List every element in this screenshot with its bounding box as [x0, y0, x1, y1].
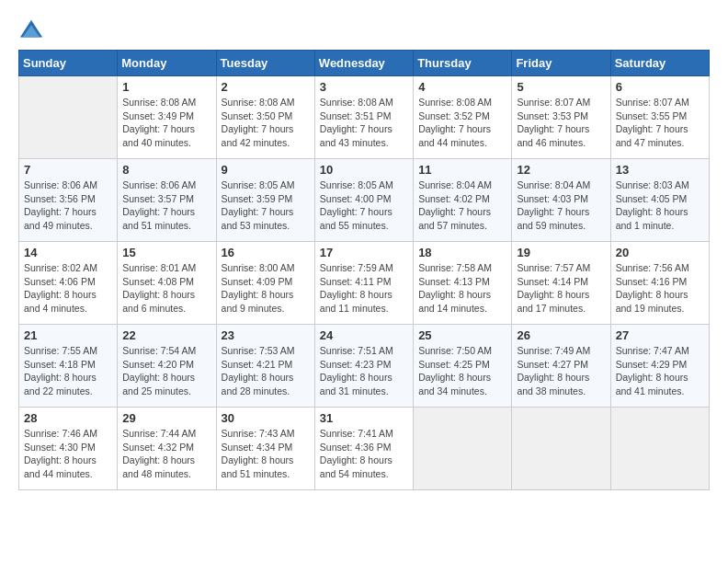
calendar-cell: 24Sunrise: 7:51 AMSunset: 4:23 PMDayligh… — [314, 325, 413, 408]
day-number: 15 — [122, 246, 210, 259]
calendar-cell: 21Sunrise: 7:55 AMSunset: 4:18 PMDayligh… — [19, 325, 118, 408]
logo — [18, 18, 48, 44]
calendar-cell: 4Sunrise: 8:08 AMSunset: 3:52 PMDaylight… — [414, 76, 512, 159]
day-header-sunday: Sunday — [19, 51, 118, 76]
day-number: 21 — [24, 328, 112, 342]
day-info: Sunrise: 7:49 AMSunset: 4:27 PMDaylight:… — [517, 344, 605, 398]
day-number: 12 — [517, 163, 605, 177]
calendar-cell: 14Sunrise: 8:02 AMSunset: 4:06 PMDayligh… — [19, 242, 118, 325]
day-number: 6 — [616, 80, 704, 94]
day-info: Sunrise: 7:59 AMSunset: 4:11 PMDaylight:… — [320, 261, 408, 316]
day-number: 3 — [320, 80, 408, 94]
day-number: 8 — [122, 163, 210, 177]
calendar-cell: 12Sunrise: 8:04 AMSunset: 4:03 PMDayligh… — [512, 159, 610, 242]
calendar-week-5: 28Sunrise: 7:46 AMSunset: 4:30 PMDayligh… — [19, 408, 710, 490]
day-info: Sunrise: 8:01 AMSunset: 4:08 PMDaylight:… — [122, 261, 210, 316]
day-info: Sunrise: 8:08 AMSunset: 3:50 PMDaylight:… — [222, 96, 310, 150]
day-info: Sunrise: 8:03 AMSunset: 4:05 PMDaylight:… — [616, 178, 704, 233]
day-number: 10 — [320, 163, 408, 177]
day-info: Sunrise: 8:06 AMSunset: 3:56 PMDaylight:… — [24, 178, 112, 233]
day-info: Sunrise: 7:53 AMSunset: 4:21 PMDaylight:… — [222, 344, 310, 398]
calendar-cell: 9Sunrise: 8:05 AMSunset: 3:59 PMDaylight… — [216, 159, 314, 242]
calendar-cell: 11Sunrise: 8:04 AMSunset: 4:02 PMDayligh… — [414, 159, 512, 242]
day-number: 24 — [320, 328, 408, 342]
calendar-cell: 25Sunrise: 7:50 AMSunset: 4:25 PMDayligh… — [414, 325, 512, 408]
day-number: 27 — [616, 328, 704, 342]
calendar-cell: 29Sunrise: 7:44 AMSunset: 4:32 PMDayligh… — [118, 408, 216, 490]
calendar-cell: 7Sunrise: 8:06 AMSunset: 3:56 PMDaylight… — [19, 159, 118, 242]
day-info: Sunrise: 8:05 AMSunset: 4:00 PMDaylight:… — [320, 178, 408, 233]
day-header-tuesday: Tuesday — [216, 51, 314, 76]
day-number: 2 — [222, 80, 310, 94]
day-info: Sunrise: 8:08 AMSunset: 3:51 PMDaylight:… — [320, 96, 408, 150]
day-number: 19 — [517, 246, 605, 259]
day-info: Sunrise: 8:02 AMSunset: 4:06 PMDaylight:… — [24, 261, 112, 316]
calendar-cell: 30Sunrise: 7:43 AMSunset: 4:34 PMDayligh… — [216, 408, 314, 490]
logo-icon — [18, 18, 44, 44]
day-number: 28 — [24, 411, 112, 425]
calendar-body: 1Sunrise: 8:08 AMSunset: 3:49 PMDaylight… — [19, 76, 710, 490]
calendar-cell: 5Sunrise: 8:07 AMSunset: 3:53 PMDaylight… — [512, 76, 610, 159]
day-info: Sunrise: 8:06 AMSunset: 3:57 PMDaylight:… — [122, 178, 210, 233]
day-info: Sunrise: 7:43 AMSunset: 4:34 PMDaylight:… — [222, 427, 310, 481]
calendar-cell: 1Sunrise: 8:08 AMSunset: 3:49 PMDaylight… — [118, 76, 216, 159]
day-number: 17 — [320, 246, 408, 259]
day-info: Sunrise: 8:07 AMSunset: 3:55 PMDaylight:… — [616, 96, 704, 150]
day-number: 25 — [418, 328, 506, 342]
day-number: 29 — [122, 411, 210, 425]
day-info: Sunrise: 7:47 AMSunset: 4:29 PMDaylight:… — [616, 344, 704, 398]
day-header-thursday: Thursday — [414, 51, 512, 76]
day-info: Sunrise: 8:08 AMSunset: 3:49 PMDaylight:… — [122, 96, 210, 150]
day-number: 31 — [320, 411, 408, 425]
calendar-cell: 2Sunrise: 8:08 AMSunset: 3:50 PMDaylight… — [216, 76, 314, 159]
calendar-cell: 13Sunrise: 8:03 AMSunset: 4:05 PMDayligh… — [610, 159, 709, 242]
calendar-cell: 23Sunrise: 7:53 AMSunset: 4:21 PMDayligh… — [216, 325, 314, 408]
day-number: 11 — [418, 163, 506, 177]
calendar-cell — [610, 408, 709, 490]
calendar-cell — [512, 408, 610, 490]
day-number: 18 — [418, 246, 506, 259]
day-info: Sunrise: 7:55 AMSunset: 4:18 PMDaylight:… — [24, 344, 112, 398]
calendar-week-1: 1Sunrise: 8:08 AMSunset: 3:49 PMDaylight… — [19, 76, 710, 159]
day-info: Sunrise: 7:58 AMSunset: 4:13 PMDaylight:… — [418, 261, 506, 316]
day-number: 14 — [24, 246, 112, 259]
calendar-cell: 18Sunrise: 7:58 AMSunset: 4:13 PMDayligh… — [414, 242, 512, 325]
day-info: Sunrise: 8:04 AMSunset: 4:02 PMDaylight:… — [418, 178, 506, 233]
day-number: 26 — [517, 328, 605, 342]
day-number: 22 — [122, 328, 210, 342]
day-info: Sunrise: 7:46 AMSunset: 4:30 PMDaylight:… — [24, 427, 112, 481]
day-header-friday: Friday — [512, 51, 610, 76]
day-number: 5 — [517, 80, 605, 94]
calendar-cell: 3Sunrise: 8:08 AMSunset: 3:51 PMDaylight… — [314, 76, 413, 159]
day-header-monday: Monday — [118, 51, 216, 76]
day-info: Sunrise: 8:04 AMSunset: 4:03 PMDaylight:… — [517, 178, 605, 233]
calendar-cell — [19, 76, 118, 159]
day-number: 20 — [616, 246, 704, 259]
calendar-week-3: 14Sunrise: 8:02 AMSunset: 4:06 PMDayligh… — [19, 242, 710, 325]
day-info: Sunrise: 7:57 AMSunset: 4:14 PMDaylight:… — [517, 261, 605, 316]
day-number: 30 — [222, 411, 310, 425]
day-info: Sunrise: 7:54 AMSunset: 4:20 PMDaylight:… — [122, 344, 210, 398]
calendar-header: SundayMondayTuesdayWednesdayThursdayFrid… — [19, 51, 710, 76]
calendar-week-2: 7Sunrise: 8:06 AMSunset: 3:56 PMDaylight… — [19, 159, 710, 242]
calendar-cell: 10Sunrise: 8:05 AMSunset: 4:00 PMDayligh… — [314, 159, 413, 242]
calendar-cell: 19Sunrise: 7:57 AMSunset: 4:14 PMDayligh… — [512, 242, 610, 325]
day-number: 16 — [222, 246, 310, 259]
calendar-cell: 17Sunrise: 7:59 AMSunset: 4:11 PMDayligh… — [314, 242, 413, 325]
day-number: 1 — [122, 80, 210, 94]
day-info: Sunrise: 8:05 AMSunset: 3:59 PMDaylight:… — [222, 178, 310, 233]
calendar-cell: 20Sunrise: 7:56 AMSunset: 4:16 PMDayligh… — [610, 242, 709, 325]
day-info: Sunrise: 7:41 AMSunset: 4:36 PMDaylight:… — [320, 427, 408, 481]
day-number: 13 — [616, 163, 704, 177]
calendar-cell: 26Sunrise: 7:49 AMSunset: 4:27 PMDayligh… — [512, 325, 610, 408]
day-number: 9 — [222, 163, 310, 177]
calendar-cell: 16Sunrise: 8:00 AMSunset: 4:09 PMDayligh… — [216, 242, 314, 325]
calendar-cell: 22Sunrise: 7:54 AMSunset: 4:20 PMDayligh… — [118, 325, 216, 408]
calendar-cell: 27Sunrise: 7:47 AMSunset: 4:29 PMDayligh… — [610, 325, 709, 408]
day-info: Sunrise: 8:08 AMSunset: 3:52 PMDaylight:… — [418, 96, 506, 150]
calendar-cell: 28Sunrise: 7:46 AMSunset: 4:30 PMDayligh… — [19, 408, 118, 490]
day-header-saturday: Saturday — [610, 51, 709, 76]
day-info: Sunrise: 8:07 AMSunset: 3:53 PMDaylight:… — [517, 96, 605, 150]
day-number: 23 — [222, 328, 310, 342]
day-number: 7 — [24, 163, 112, 177]
